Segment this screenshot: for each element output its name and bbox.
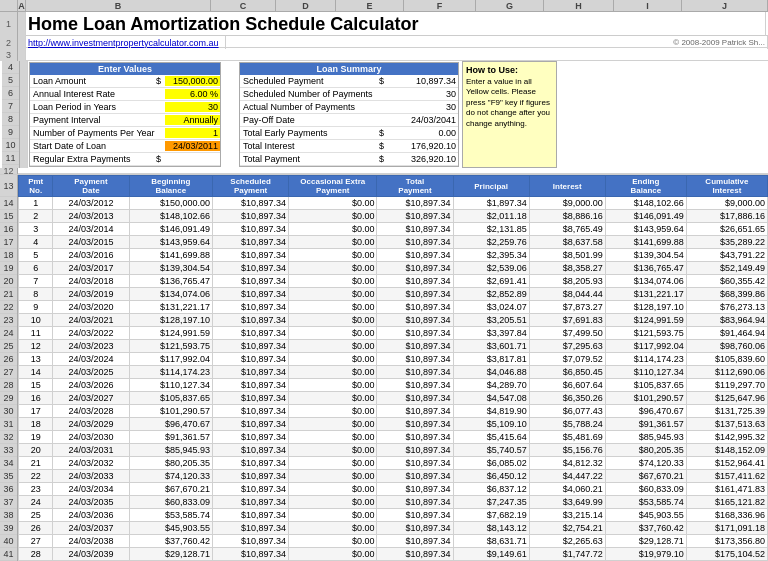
cell-row26-col0: 26 xyxy=(19,522,53,535)
ev-row-loan-amount: Loan Amount $ 150,000.00 xyxy=(30,75,220,88)
ls-val-total-interest: 176,920.10 xyxy=(388,141,458,151)
title-row: 1 Home Loan Amortization Schedule Calcul… xyxy=(0,12,768,36)
col-e-header: E xyxy=(336,0,404,11)
ev-val-payment-interval[interactable]: Annually xyxy=(165,115,220,125)
cell-row25-col2: $53,585.74 xyxy=(129,509,213,522)
cell-row8-col2: $134,074.06 xyxy=(129,288,213,301)
cell-row12-col0: 12 xyxy=(19,340,53,353)
ev-row-interest-rate: Annual Interest Rate 6.00 % xyxy=(30,88,220,101)
row-num-3: 3 xyxy=(0,48,18,61)
cell-row17-col9: $131,725.39 xyxy=(686,405,767,418)
rn-38: 38 xyxy=(0,509,17,522)
cell-row18-col3: $10,897.34 xyxy=(213,418,289,431)
cell-row26-col1: 24/03/2037 xyxy=(53,522,129,535)
ev-row-payment-interval: Payment Interval Annually xyxy=(30,114,220,127)
rn-23: 23 xyxy=(0,314,17,327)
cell-row20-col4: $0.00 xyxy=(289,444,377,457)
cell-row20-col2: $85,945.93 xyxy=(129,444,213,457)
loan-summary-box: Loan Summary Scheduled Payment $ 10,897.… xyxy=(239,62,459,167)
rn-7: 7 xyxy=(2,100,19,113)
cell-row2-col8: $146,091.49 xyxy=(605,210,686,223)
cell-row13-col1: 24/03/2024 xyxy=(53,353,129,366)
cell-row23-col5: $10,897.34 xyxy=(377,483,453,496)
table-row: 924/03/2020$131,221.17$10,897.34$0.00$10… xyxy=(19,301,768,314)
cell-row21-col4: $0.00 xyxy=(289,457,377,470)
cell-row9-col9: $76,273.13 xyxy=(686,301,767,314)
rn-41: 41 xyxy=(0,548,17,561)
ev-label-loan-amount: Loan Amount xyxy=(30,76,155,86)
cell-row12-col5: $10,897.34 xyxy=(377,340,453,353)
cell-row4-col4: $0.00 xyxy=(289,236,377,249)
rn-25: 25 xyxy=(0,340,17,353)
ev-val-loan-period[interactable]: 30 xyxy=(165,102,220,112)
cell-row16-col6: $4,547.08 xyxy=(453,392,529,405)
cell-row12-col6: $3,601.71 xyxy=(453,340,529,353)
cell-row13-col8: $114,174.23 xyxy=(605,353,686,366)
cell-row23-col4: $0.00 xyxy=(289,483,377,496)
cell-row1-col5: $10,897.34 xyxy=(377,197,453,210)
cell-row15-col4: $0.00 xyxy=(289,379,377,392)
col-d-header: D xyxy=(276,0,336,11)
ev-label-extra-payments: Regular Extra Payments xyxy=(30,154,155,164)
th-payment-date: PaymentDate xyxy=(53,176,129,197)
ls-dollar-scheduled-payment: $ xyxy=(378,76,388,86)
cell-row27-col9: $173,356.80 xyxy=(686,535,767,548)
ev-val-start-date[interactable]: 24/03/2011 xyxy=(165,141,220,151)
cell-row10-col7: $7,691.83 xyxy=(529,314,605,327)
cell-row10-col0: 10 xyxy=(19,314,53,327)
rn-19: 19 xyxy=(0,262,17,275)
cell-row8-col1: 24/03/2019 xyxy=(53,288,129,301)
cell-row15-col0: 15 xyxy=(19,379,53,392)
ev-label-interest-rate: Annual Interest Rate xyxy=(30,89,155,99)
cell-row17-col4: $0.00 xyxy=(289,405,377,418)
cell-row8-col6: $2,852.89 xyxy=(453,288,529,301)
rn-34: 34 xyxy=(0,457,17,470)
ev-val-loan-amount[interactable]: 150,000.00 xyxy=(165,76,220,86)
cell-row10-col4: $0.00 xyxy=(289,314,377,327)
ev-label-num-payments: Number of Payments Per Year xyxy=(30,128,158,138)
cell-row19-col1: 24/03/2030 xyxy=(53,431,129,444)
ls-row-scheduled-num: Scheduled Number of Payments 30 xyxy=(240,88,458,101)
cell-row19-col6: $5,415.64 xyxy=(453,431,529,444)
cell-row20-col6: $5,740.57 xyxy=(453,444,529,457)
ev-val-num-payments[interactable]: 1 xyxy=(165,128,220,138)
enter-values-title: Enter Values xyxy=(30,63,220,75)
cell-row26-col7: $2,754.21 xyxy=(529,522,605,535)
rn-37: 37 xyxy=(0,496,17,509)
cell-row11-col4: $0.00 xyxy=(289,327,377,340)
ls-row-payoff-date: Pay-Off Date 24/03/2041 xyxy=(240,114,458,127)
loan-summary-title: Loan Summary xyxy=(240,63,458,75)
cell-row10-col8: $124,991.59 xyxy=(605,314,686,327)
cell-row17-col6: $4,819.90 xyxy=(453,405,529,418)
cell-row6-col1: 24/03/2017 xyxy=(53,262,129,275)
table-row: 324/03/2014$146,091.49$10,897.34$0.00$10… xyxy=(19,223,768,236)
cell-row5-col3: $10,897.34 xyxy=(213,249,289,262)
cell-row18-col1: 24/03/2029 xyxy=(53,418,129,431)
cell-row17-col5: $10,897.34 xyxy=(377,405,453,418)
row-num-1: 1 xyxy=(0,12,18,36)
cell-row21-col5: $10,897.34 xyxy=(377,457,453,470)
rn-10: 10 xyxy=(2,139,19,152)
ls-val-scheduled-payment: 10,897.34 xyxy=(388,76,458,86)
cell-row14-col1: 24/03/2025 xyxy=(53,366,129,379)
table-row: 124/03/2012$150,000.00$10,897.34$0.00$10… xyxy=(19,197,768,210)
ev-val-interest-rate[interactable]: 6.00 % xyxy=(165,89,220,99)
cell-row7-col8: $134,074.06 xyxy=(605,275,686,288)
ls-row-actual-num: Actual Number of Payments 30 xyxy=(240,101,458,114)
table-row: 1924/03/2030$91,361.57$10,897.34$0.00$10… xyxy=(19,431,768,444)
cell-row27-col8: $29,128.71 xyxy=(605,535,686,548)
cell-row3-col4: $0.00 xyxy=(289,223,377,236)
cell-row23-col8: $60,833.09 xyxy=(605,483,686,496)
cell-row14-col0: 14 xyxy=(19,366,53,379)
cell-row3-col7: $8,765.49 xyxy=(529,223,605,236)
cell-row24-col3: $10,897.34 xyxy=(213,496,289,509)
rn-8: 8 xyxy=(2,113,19,126)
cell-row8-col7: $8,044.44 xyxy=(529,288,605,301)
rn-39: 39 xyxy=(0,522,17,535)
table-row-nums: 13 14 15 16 17 18 19 20 21 22 23 24 25 2… xyxy=(0,175,18,561)
cell-row20-col8: $80,205.35 xyxy=(605,444,686,457)
cell-row12-col9: $98,760.06 xyxy=(686,340,767,353)
cell-row25-col3: $10,897.34 xyxy=(213,509,289,522)
corner-cell xyxy=(0,0,18,11)
cell-row22-col2: $74,120.33 xyxy=(129,470,213,483)
